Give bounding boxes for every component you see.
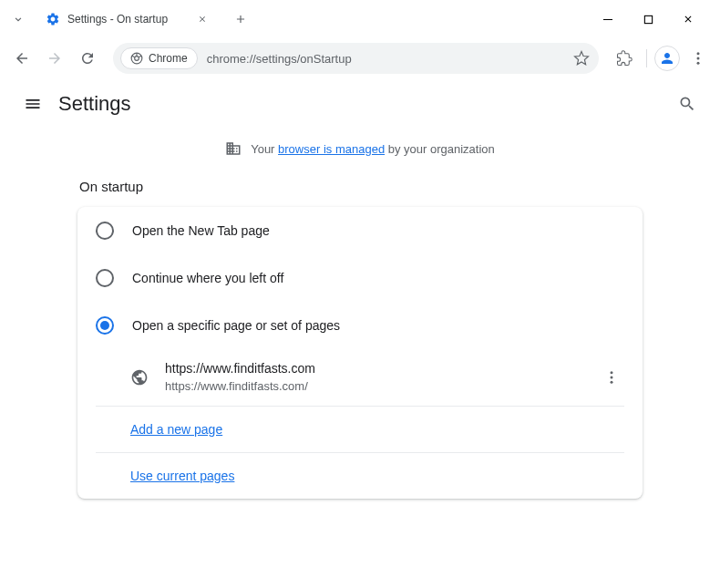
radio-label: Open a specific page or set of pages xyxy=(132,318,340,333)
omnibox[interactable]: Chrome chrome://settings/onStartup xyxy=(113,43,599,74)
use-current-row: Use current pages xyxy=(77,453,643,499)
minimize-icon xyxy=(602,14,613,25)
bookmark-button[interactable] xyxy=(570,46,593,70)
add-page-row: Add a new page xyxy=(77,407,643,452)
svg-rect-0 xyxy=(603,19,612,20)
managed-link[interactable]: browser is managed xyxy=(278,142,385,156)
radio-icon xyxy=(96,222,114,240)
settings-menu-button[interactable] xyxy=(18,89,47,119)
forward-button[interactable] xyxy=(40,44,69,73)
managed-text-prefix: Your xyxy=(251,142,278,156)
svg-point-4 xyxy=(697,52,700,55)
chip-label: Chrome xyxy=(149,52,188,65)
svg-rect-1 xyxy=(644,15,652,23)
startup-card: Open the New Tab page Continue where you… xyxy=(77,207,643,499)
back-button[interactable] xyxy=(7,44,36,73)
chevron-down-icon xyxy=(12,13,25,26)
svg-point-5 xyxy=(697,57,700,60)
radio-icon xyxy=(96,269,114,287)
reload-icon xyxy=(79,50,96,67)
svg-point-6 xyxy=(697,62,700,65)
arrow-left-icon xyxy=(14,50,30,67)
arrow-right-icon xyxy=(46,50,63,67)
managed-banner: Your browser is managed by your organiza… xyxy=(0,129,720,171)
svg-point-8 xyxy=(611,376,613,378)
managed-text-suffix: by your organization xyxy=(385,142,495,156)
page-entry-menu-button[interactable] xyxy=(599,365,624,390)
radio-label: Continue where you left off xyxy=(132,271,283,285)
maximize-icon xyxy=(643,15,653,25)
profile-button[interactable] xyxy=(654,46,680,71)
svg-point-3 xyxy=(135,57,139,61)
maximize-button[interactable] xyxy=(634,5,662,33)
close-icon xyxy=(198,15,207,24)
close-window-button[interactable] xyxy=(674,5,702,33)
extensions-button[interactable] xyxy=(610,44,639,73)
search-settings-button[interactable] xyxy=(673,89,702,119)
startup-page-entry: https://www.finditfasts.com https://www.… xyxy=(77,349,643,406)
new-tab-button[interactable] xyxy=(228,6,253,32)
url-text: chrome://settings/onStartup xyxy=(207,52,570,66)
more-vert-icon xyxy=(690,50,706,67)
use-current-link[interactable]: Use current pages xyxy=(130,469,234,483)
extension-icon xyxy=(616,50,633,67)
page-entry-title: https://www.finditfasts.com xyxy=(165,360,582,378)
page-entry-url: https://www.finditfasts.com/ xyxy=(165,378,582,395)
add-page-link[interactable]: Add a new page xyxy=(130,422,222,437)
globe-icon xyxy=(130,368,149,387)
browser-tab[interactable]: Settings - On startup xyxy=(36,4,219,35)
svg-point-9 xyxy=(611,381,613,384)
gear-icon xyxy=(46,12,60,26)
radio-icon xyxy=(96,316,114,335)
radio-specific-pages[interactable]: Open a specific page or set of pages xyxy=(77,302,643,349)
reload-button[interactable] xyxy=(73,44,102,73)
close-tab-button[interactable] xyxy=(195,12,210,26)
hamburger-icon xyxy=(24,95,42,113)
section-title: On startup xyxy=(79,179,643,194)
minimize-button[interactable] xyxy=(594,5,622,33)
menu-button[interactable] xyxy=(684,44,713,73)
search-icon xyxy=(678,95,696,113)
chrome-icon xyxy=(130,52,143,65)
more-vert-icon xyxy=(603,369,620,386)
search-tabs-button[interactable] xyxy=(7,8,29,30)
page-title: Settings xyxy=(58,92,131,116)
plus-icon xyxy=(234,13,247,26)
close-icon xyxy=(683,14,694,25)
security-chip[interactable]: Chrome xyxy=(120,47,198,69)
tab-title: Settings - On startup xyxy=(67,13,188,26)
svg-point-7 xyxy=(611,371,613,374)
person-icon xyxy=(659,50,675,67)
radio-label: Open the New Tab page xyxy=(132,223,270,238)
radio-continue[interactable]: Continue where you left off xyxy=(77,254,643,302)
separator xyxy=(646,49,647,67)
star-icon xyxy=(573,50,590,67)
building-icon xyxy=(225,140,242,157)
radio-new-tab[interactable]: Open the New Tab page xyxy=(77,207,643,254)
